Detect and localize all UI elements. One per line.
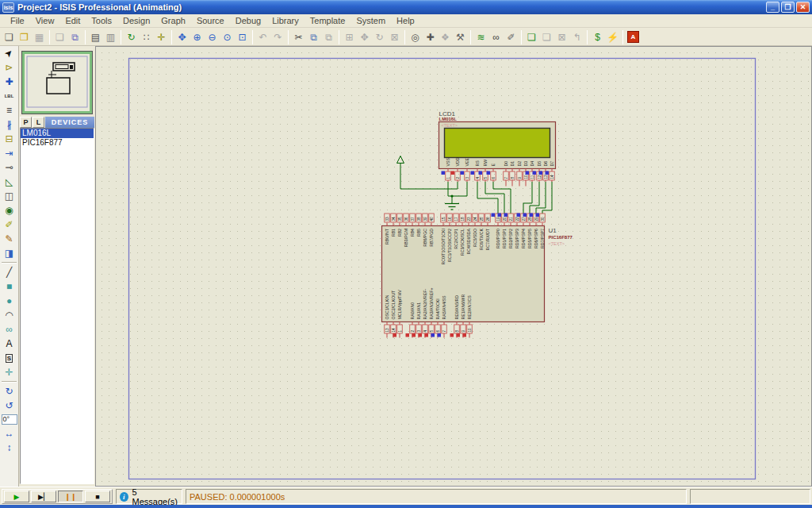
menu-source[interactable]: Source	[191, 15, 230, 26]
cut-button[interactable]: ✂	[291, 29, 306, 44]
mirror-vertical-button[interactable]: ↕	[1, 441, 18, 455]
menu-tools[interactable]: Tools	[86, 15, 117, 26]
zoom-area-button[interactable]: ⊡	[235, 29, 250, 44]
wire[interactable]	[542, 182, 552, 214]
junction-dot-mode-button[interactable]: ✚	[1, 75, 18, 89]
2d-text-mode-button[interactable]: A	[1, 337, 18, 351]
component-mode-button[interactable]: ⊳	[1, 60, 18, 75]
device-item-lm016l[interactable]: LM016L	[21, 129, 94, 138]
rotation-angle-field[interactable]: 0°	[2, 414, 17, 425]
make-device-button[interactable]: ✚	[423, 29, 438, 44]
mirror-horizontal-button[interactable]: ↔	[1, 426, 18, 441]
schematic-canvas[interactable]: LCD1LM016L<TEXT>VSS1VDD2VEE3RS4RW5E6D07D…	[95, 46, 812, 487]
wire[interactable]	[523, 182, 532, 214]
netlist-to-ares-button[interactable]: A	[626, 29, 641, 44]
2d-arc-mode-button[interactable]: ◠	[1, 308, 18, 322]
mcu-pin-RB4[interactable]: 37RB4	[410, 214, 416, 237]
selection-mode-button[interactable]: ➤	[1, 46, 18, 60]
device-pins-mode-button[interactable]: ⊸	[1, 160, 18, 175]
tape-recorder-mode-button[interactable]: ◫	[1, 189, 18, 203]
property-assignment-button[interactable]: ✐	[504, 29, 519, 44]
2d-circle-mode-button[interactable]: ●	[1, 294, 18, 308]
menu-debug[interactable]: Debug	[230, 15, 266, 26]
redraw-button[interactable]: ↻	[124, 29, 139, 44]
zoom-all-button[interactable]: ⊙	[220, 29, 235, 44]
wire[interactable]	[485, 182, 504, 214]
pan-button[interactable]: ✥	[174, 29, 190, 44]
mcu-component[interactable]: U1PIC16F877<TEXT>33RB0/INT34RB135RB236RB…	[382, 214, 573, 338]
menu-file[interactable]: File	[5, 15, 30, 26]
wire-autorouter-button[interactable]: ≋	[473, 29, 488, 44]
2d-symbol-mode-button[interactable]: S	[1, 351, 18, 365]
design-explorer-button[interactable]: ❏	[524, 29, 539, 44]
wire[interactable]	[536, 182, 546, 214]
power-terminal[interactable]	[397, 156, 404, 168]
mcu-pin-RC6/TX/CK[interactable]: 25RC6/TX/CK	[479, 214, 485, 250]
mcu-pin-OSC2/CLKOUT[interactable]: OSC2/CLKOUT14	[391, 290, 396, 337]
menu-template[interactable]: Template	[304, 15, 351, 26]
zoom-out-button[interactable]: ⊖	[205, 29, 220, 44]
simulate-pause-button[interactable]: ❙❙	[58, 491, 83, 502]
mcu-pin-OSC1/CLKIN[interactable]: OSC1/CLKIN13	[385, 294, 390, 337]
wire[interactable]	[530, 182, 539, 214]
mcu-pin-RC5/SDO[interactable]: 24RC5/SDO	[473, 214, 478, 247]
menu-design[interactable]: Design	[117, 15, 155, 26]
simulate-step-button[interactable]: ▶▏	[31, 491, 56, 502]
ground-terminal[interactable]	[445, 204, 459, 210]
buses-mode-button[interactable]: ∦	[1, 117, 18, 132]
mcu-pin-RD3/PSP3[interactable]: 22RD3/PSP3	[515, 214, 520, 248]
origin-button[interactable]: ✛	[154, 29, 169, 44]
mcu-pin-RB3/PGM[interactable]: 36RB3/PGM	[404, 214, 409, 247]
lcd-pin-D0[interactable]: D07	[504, 161, 509, 187]
mark-print-region-button[interactable]: ▥	[103, 29, 118, 44]
close-button[interactable]: ✕	[796, 2, 810, 13]
minimize-button[interactable]: _	[766, 2, 779, 13]
current-probe-mode-button[interactable]: ✎	[1, 232, 18, 246]
mcu-pin-RB6/PGC[interactable]: 39RB6/PGC	[423, 214, 428, 247]
open-design-button[interactable]: ❐	[17, 29, 32, 44]
2d-marker-mode-button[interactable]: ✛	[1, 365, 18, 379]
voltage-probe-mode-button[interactable]: ✐	[1, 217, 18, 232]
2d-path-mode-button[interactable]: ∞	[1, 322, 18, 337]
simulate-play-button[interactable]: ▶	[4, 491, 29, 502]
mcu-pin-RB5[interactable]: 38RB5	[416, 214, 422, 237]
device-list[interactable]: LM016LPIC16F877	[20, 128, 94, 484]
menu-system[interactable]: System	[350, 15, 391, 26]
print-button[interactable]: ▤	[88, 29, 103, 44]
terminals-mode-button[interactable]: ⇥	[1, 146, 18, 160]
export-section-button[interactable]: ⧉	[67, 29, 82, 44]
restore-button[interactable]: ❐	[781, 2, 795, 13]
copy-button[interactable]: ⧉	[306, 29, 321, 44]
bill-of-materials-button[interactable]: $	[590, 29, 605, 44]
wire[interactable]	[493, 182, 511, 214]
mcu-pin-RB2[interactable]: 35RB2	[397, 214, 403, 237]
2d-line-mode-button[interactable]: ╱	[1, 265, 18, 279]
menu-help[interactable]: Help	[391, 15, 420, 26]
menu-graph[interactable]: Graph	[155, 15, 191, 26]
menu-edit[interactable]: Edit	[59, 15, 86, 26]
subcircuit-mode-button[interactable]: ⊟	[1, 132, 18, 146]
generator-mode-button[interactable]: ◉	[1, 203, 18, 217]
device-item-pic16f877[interactable]: PIC16F877	[21, 138, 94, 148]
mcu-pin-RB7/PGD[interactable]: 40RB7/PGD	[429, 214, 435, 247]
new-design-button[interactable]: ❏	[2, 29, 17, 44]
lcd-pin-D2[interactable]: D29	[517, 161, 523, 187]
search-tag-button[interactable]: ∞	[488, 29, 504, 44]
mcu-pin-RC1/T1OSI/CCP2[interactable]: 16RC1/T1OSI/CCP2	[447, 214, 453, 262]
text-script-mode-button[interactable]: ≡	[1, 103, 18, 117]
mcu-pin-RB0/INT[interactable]: 33RB0/INT	[385, 214, 390, 244]
rotate-clockwise-button[interactable]: ↻	[1, 384, 18, 398]
lcd-component[interactable]: LCD1LM016L<TEXT>VSS1VDD2VEE3RS4RW5E6D07D…	[439, 110, 556, 187]
library-button[interactable]: L	[33, 117, 44, 128]
virtual-instruments-mode-button[interactable]: ◨	[1, 246, 18, 260]
wire[interactable]	[477, 182, 498, 214]
zoom-in-button[interactable]: ⊕	[190, 29, 205, 44]
lcd-pin-D1[interactable]: D18	[510, 161, 515, 187]
mcu-pin-RC4/SDI/SDA[interactable]: 23RC4/SDI/SDA	[466, 214, 472, 255]
menu-view[interactable]: View	[30, 15, 60, 26]
overview-window[interactable]	[21, 51, 93, 114]
decompose-button[interactable]: ⚒	[453, 29, 468, 44]
rotate-anticlockwise-button[interactable]: ↺	[1, 398, 18, 413]
message-panel[interactable]: i 5 Message(s)	[116, 489, 182, 504]
mcu-pin-RC2/CCP1[interactable]: 17RC2/CCP1	[454, 214, 459, 249]
